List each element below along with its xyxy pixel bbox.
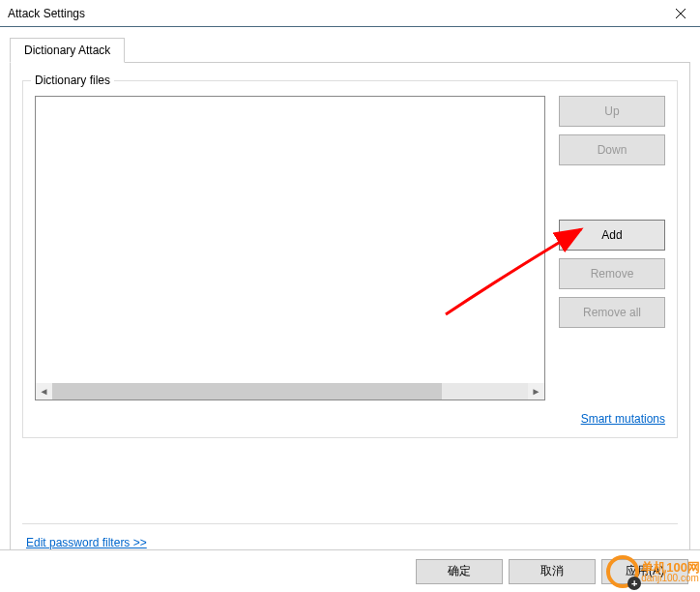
dictionary-files-list[interactable]: ◄ ► xyxy=(35,96,545,400)
group-label: Dictionary files xyxy=(31,74,114,87)
smart-mutations-link[interactable]: Smart mutations xyxy=(581,412,665,426)
close-button[interactable] xyxy=(661,0,700,26)
dictionary-files-group: Dictionary files ◄ ► Up Down Add xyxy=(22,80,678,438)
down-button[interactable]: Down xyxy=(559,134,665,165)
horizontal-scrollbar[interactable]: ◄ ► xyxy=(36,383,544,400)
add-button[interactable]: Add xyxy=(559,220,665,251)
scroll-right-arrow-icon[interactable]: ► xyxy=(528,383,544,400)
tab-panel: Dictionary files ◄ ► Up Down Add xyxy=(10,62,690,568)
side-buttons: Up Down Add Remove Remove all xyxy=(559,96,665,400)
remove-all-button[interactable]: Remove all xyxy=(559,297,665,328)
edit-password-filters-link[interactable]: Edit password filters >> xyxy=(26,536,147,549)
ok-button[interactable]: 确定 xyxy=(416,559,503,584)
close-icon xyxy=(676,9,685,18)
divider xyxy=(22,523,678,524)
content-area: Dictionary Attack Dictionary files ◄ ► U… xyxy=(0,27,700,568)
window-title: Attack Settings xyxy=(8,7,85,20)
remove-button[interactable]: Remove xyxy=(559,258,665,289)
titlebar: Attack Settings xyxy=(0,0,700,27)
cancel-button[interactable]: 取消 xyxy=(509,559,596,584)
tab-dictionary-attack[interactable]: Dictionary Attack xyxy=(10,38,125,63)
scroll-thumb[interactable] xyxy=(52,383,442,400)
scroll-track[interactable] xyxy=(52,383,528,400)
apply-button[interactable]: 应用(A) xyxy=(601,559,688,584)
up-button[interactable]: Up xyxy=(559,96,665,127)
dialog-footer: 确定 取消 应用(A) xyxy=(0,549,700,592)
tab-strip: Dictionary Attack xyxy=(10,38,690,63)
scroll-left-arrow-icon[interactable]: ◄ xyxy=(36,383,52,400)
